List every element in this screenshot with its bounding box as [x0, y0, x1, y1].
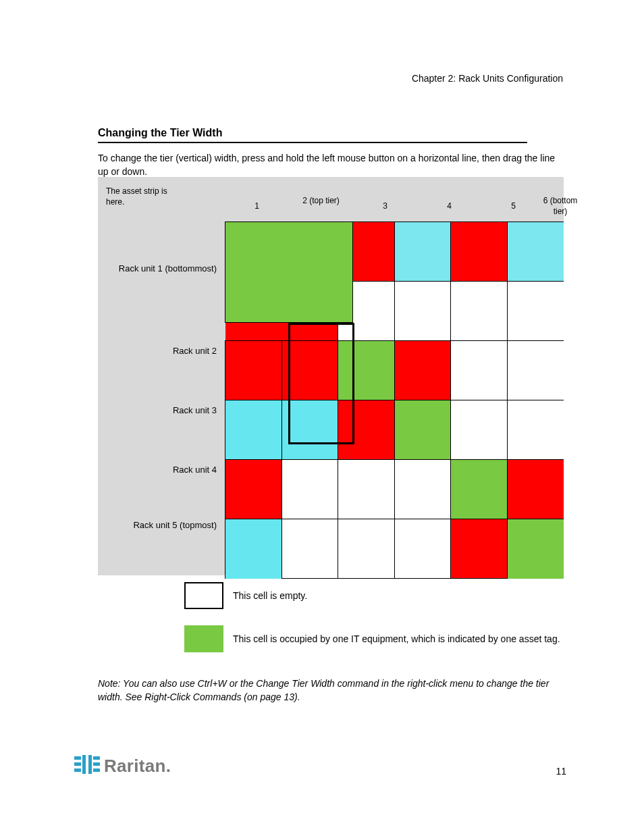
cell	[281, 460, 338, 519]
cell	[338, 519, 395, 579]
row-label-2: Rack unit 2	[109, 346, 217, 357]
cell	[281, 341, 338, 400]
cell	[225, 400, 282, 460]
cell	[451, 460, 508, 519]
cell	[394, 519, 451, 579]
cell	[394, 460, 451, 519]
origin-label-line2: here.	[106, 197, 167, 208]
cell	[451, 222, 508, 282]
table-row	[225, 460, 564, 519]
logo-icon	[74, 755, 100, 777]
cell	[451, 519, 508, 579]
col-label-1: 1	[225, 201, 289, 212]
legend-row-occupied: This cell is occupied by one IT equipmen…	[184, 625, 560, 652]
cell	[394, 282, 451, 341]
cell	[507, 400, 564, 460]
cell	[394, 400, 451, 460]
cell	[507, 222, 564, 282]
legend-row-empty: This cell is empty.	[184, 582, 560, 609]
section-title: Changing the Tier Width	[98, 127, 222, 139]
svg-rect-5	[93, 768, 100, 772]
cell	[225, 460, 282, 519]
origin-label: The asset strip is here.	[106, 186, 167, 207]
legend-swatch-white	[184, 582, 223, 609]
cell	[225, 519, 282, 579]
cell	[281, 400, 338, 460]
row-label-1: Rack unit 1 (bottommost)	[109, 263, 217, 274]
col-label-6: 6 (bottom tier)	[540, 196, 581, 217]
cell	[281, 519, 338, 579]
cell	[338, 460, 395, 519]
col-label-2: 2 (top tier)	[289, 196, 353, 207]
cell	[451, 400, 508, 460]
row-label-3: Rack unit 3	[109, 405, 217, 416]
cell	[338, 341, 395, 400]
origin-label-line1: The asset strip is	[106, 186, 167, 197]
cell	[394, 222, 451, 282]
svg-rect-6	[82, 755, 86, 774]
table-row	[225, 341, 564, 400]
legend: This cell is empty. This cell is occupie…	[184, 582, 560, 669]
cell	[507, 282, 564, 341]
cell	[507, 519, 564, 579]
cell	[451, 282, 508, 341]
intro-text: To change the tier (vertical) width, pre…	[98, 151, 557, 179]
horizontal-rule	[98, 142, 527, 143]
svg-rect-4	[93, 762, 100, 766]
legend-swatch-green	[184, 625, 223, 652]
legend-text-white: This cell is empty.	[233, 590, 307, 601]
col-label-4: 4	[417, 201, 481, 212]
table-row	[225, 519, 564, 579]
logo-text: Raritan.	[104, 756, 171, 777]
chapter-label: Chapter 2: Rack Units Configuration	[412, 73, 563, 84]
col-label-5: 5	[481, 201, 545, 212]
cell	[338, 400, 395, 460]
row-label-4: Rack unit 4	[109, 465, 217, 475]
cell	[225, 341, 282, 400]
svg-rect-2	[74, 768, 81, 772]
cell	[507, 460, 564, 519]
legend-text-green: This cell is occupied by one IT equipmen…	[233, 633, 560, 644]
cell	[507, 341, 564, 400]
note-text: Note: You can also use Ctrl+W or the Cha…	[98, 677, 564, 704]
svg-rect-1	[74, 762, 81, 766]
row-label-5: Rack unit 5 (topmost)	[109, 520, 217, 531]
page-number: 11	[556, 766, 566, 777]
svg-rect-0	[74, 756, 81, 760]
origin-cell	[225, 221, 353, 323]
cell	[394, 341, 451, 400]
brand-logo: Raritan.	[74, 755, 171, 777]
cell	[451, 341, 508, 400]
col-label-3: 3	[353, 201, 417, 212]
table-row	[225, 400, 564, 460]
figure-area: The asset strip is here. 1 2 (top tier) …	[98, 177, 564, 575]
svg-rect-7	[88, 755, 92, 774]
svg-rect-3	[93, 756, 100, 760]
